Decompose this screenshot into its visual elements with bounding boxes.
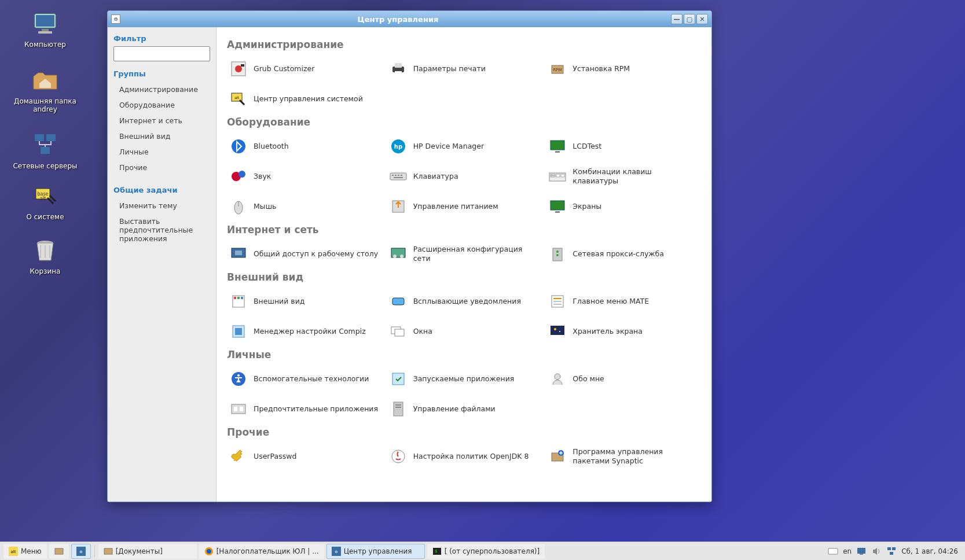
desktop-icon-network[interactable]: Сетевые серверы [5, 132, 86, 170]
desktop-icon-label: Компьютер [5, 40, 86, 49]
svg-rect-35 [394, 177, 403, 178]
settings-item-userpasswd[interactable]: UserPasswd [227, 445, 381, 468]
sidebar-task-item[interactable]: Изменить тему [113, 198, 210, 213]
svg-rect-64 [235, 328, 242, 335]
svg-rect-15 [241, 64, 244, 67]
taskbar-separator [94, 546, 95, 557]
sidebar-group-item[interactable]: Прочие [113, 160, 210, 175]
settings-item-a11y[interactable]: Вспомогательные технологии [227, 367, 381, 390]
svg-rect-85 [55, 548, 63, 554]
settings-item-label: LCDTest [573, 142, 601, 151]
settings-item-displays[interactable]: Экраны [546, 195, 700, 218]
files-icon [389, 400, 408, 418]
sidebar-group-item[interactable]: Внешний вид [113, 128, 210, 144]
taskbar-task-label: Центр управления [344, 547, 412, 555]
window-titlebar[interactable]: ⚙ Центр управления — ▢ ✕ [108, 11, 711, 27]
desktop-icon-trash[interactable]: Корзина [5, 237, 86, 275]
settings-item-power[interactable]: Управление питанием [387, 195, 541, 218]
taskbar-task[interactable]: [Документы] [98, 544, 197, 559]
desktop-icon-label: Корзина [5, 267, 86, 275]
settings-item-startup[interactable]: Запускаемые приложения [387, 367, 541, 390]
svg-point-53 [556, 254, 559, 256]
settings-item-label: Обо мне [573, 374, 604, 384]
quick-launch-cc[interactable]: ⚙ [71, 544, 91, 559]
settings-item-share[interactable]: Общий доступ к рабочему столу [227, 242, 381, 266]
screensaver-icon [548, 322, 567, 341]
desktop-icon-about[interactable]: basealt О системе [5, 183, 86, 221]
settings-item-bluetooth[interactable]: Bluetooth [227, 135, 381, 158]
settings-item-prefapps[interactable]: Предпочтительные приложения [227, 397, 381, 421]
settings-item-altcenter[interactable]: altЦентр управления системой [227, 87, 381, 110]
settings-item-screensaver[interactable]: Хранитель экрана [546, 320, 700, 343]
section-title: Личные [227, 349, 700, 360]
cc-icon: ⚙ [76, 547, 86, 556]
settings-item-synaptic[interactable]: Программа управления пакетами Synaptic [546, 445, 700, 468]
svg-rect-97 [860, 554, 863, 555]
taskbar-task[interactable]: [Налогоплательщик ЮЛ | ... [199, 544, 324, 559]
tray-lang-indicator[interactable]: en [843, 547, 852, 555]
tray-keyboard-icon[interactable] [828, 546, 838, 557]
sidebar-task-item[interactable]: Выставить предпочтительные приложения [113, 213, 210, 246]
settings-item-kbshort[interactable]: CtrlКомбинации клавиш клавиатуры [546, 165, 700, 188]
settings-item-label: Всплывающие уведомления [413, 297, 521, 306]
settings-item-label: Сетевая прокси-служба [573, 249, 664, 259]
tray-display-icon[interactable] [856, 546, 867, 557]
show-desktop-button[interactable] [49, 544, 69, 559]
network-servers-icon [31, 132, 59, 160]
close-button[interactable]: ✕ [696, 14, 708, 24]
search-input[interactable] [113, 46, 210, 61]
menu-label: Меню [21, 547, 42, 555]
settings-item-mouse[interactable]: Мышь [227, 195, 381, 218]
settings-item-keyboard[interactable]: Клавиатура [387, 165, 541, 188]
sidebar-group-item[interactable]: Оборудование [113, 97, 210, 113]
settings-item-appearance[interactable]: Внешний вид [227, 290, 381, 313]
sidebar-group-item[interactable]: Интернет и сеть [113, 113, 210, 128]
svg-rect-32 [395, 175, 397, 176]
settings-item-proxy[interactable]: Сетевая прокси-служба [546, 242, 700, 266]
altcenter-icon: alt [229, 90, 248, 108]
settings-item-printer[interactable]: Параметры печати [387, 57, 541, 80]
sidebar-group-item[interactable]: Администрирование [113, 82, 210, 97]
taskbar-task[interactable]: ⚙Центр управления [326, 544, 425, 559]
svg-rect-67 [551, 326, 564, 335]
settings-item-openjdk[interactable]: Настройка политик OpenJDK 8 [387, 445, 541, 468]
settings-item-grub[interactable]: Grub Customizer [227, 57, 381, 80]
svg-rect-76 [240, 407, 243, 411]
settings-item-lcd[interactable]: LCDTest [546, 135, 700, 158]
settings-item-label: Звук [254, 172, 271, 181]
settings-item-menu[interactable]: Главное меню MATE [546, 290, 700, 313]
settings-item-label: Хранитель экрана [573, 327, 643, 336]
svg-rect-31 [392, 175, 394, 176]
settings-item-windows[interactable]: Окна [387, 320, 541, 343]
svg-point-52 [556, 250, 559, 253]
svg-point-23 [232, 139, 245, 153]
tray-network-icon[interactable] [886, 546, 897, 557]
settings-item-sound[interactable]: Звук [227, 165, 381, 188]
sidebar-group-item[interactable]: Личные [113, 144, 210, 160]
settings-item-files[interactable]: Управление файлами [387, 397, 541, 421]
svg-rect-72 [392, 373, 404, 385]
groups-heading: Группы [113, 69, 210, 78]
maximize-button[interactable]: ▢ [684, 14, 695, 24]
taskbar-task[interactable]: $[ (от суперпользователя)] [427, 544, 545, 559]
control-center-window: ⚙ Центр управления — ▢ ✕ Фильтр Группы А… [107, 10, 712, 502]
menu-button[interactable]: alt Меню [3, 544, 47, 559]
settings-item-hp[interactable]: hpHP Device Manager [387, 135, 541, 158]
bluetooth-icon [229, 137, 248, 156]
settings-item-rpm[interactable]: RPMУстановка RPM [546, 57, 700, 80]
desktop-icon-home[interactable]: Домашняя папка andrey [5, 67, 86, 113]
section-title: Оборудование [227, 116, 700, 128]
desktop-icon-computer[interactable]: Компьютер [5, 10, 86, 49]
settings-item-aboutme[interactable]: Обо мне [546, 367, 700, 390]
settings-item-popup[interactable]: Всплывающие уведомления [387, 290, 541, 313]
minimize-button[interactable]: — [671, 14, 683, 24]
svg-rect-99 [892, 547, 896, 550]
tray-volume-icon[interactable] [871, 546, 882, 557]
tray-clock[interactable]: Сб, 1 авг, 04:26 [901, 547, 958, 555]
settings-item-netadv[interactable]: Расширенная конфигурация сети [387, 242, 541, 266]
svg-rect-18 [395, 71, 402, 75]
settings-item-compiz[interactable]: Менеджер настройки Compiz [227, 320, 381, 343]
settings-item-label: Программа управления пакетами Synaptic [573, 447, 698, 465]
openjdk-icon [389, 447, 408, 466]
term-icon: $ [432, 547, 442, 556]
